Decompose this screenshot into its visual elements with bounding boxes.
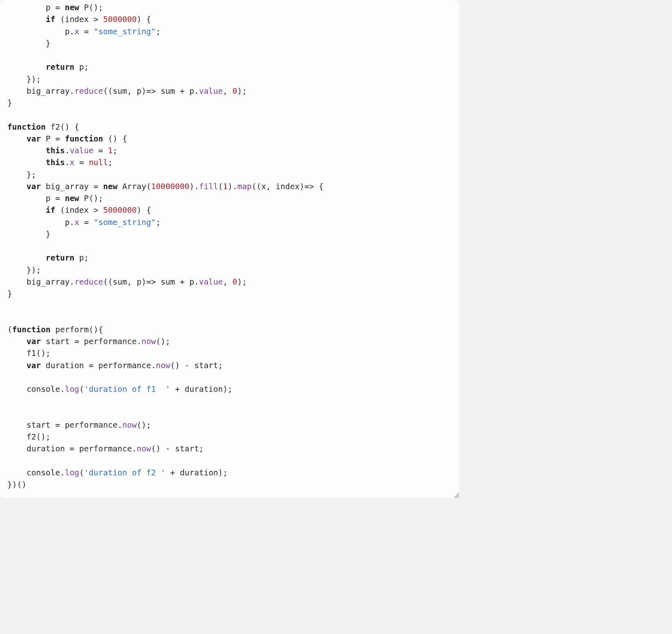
code-token: perform(){ (51, 325, 103, 334)
code-token: console. (7, 468, 65, 477)
code-token: })() (7, 480, 27, 489)
code-token: Array( (118, 182, 151, 191)
code-token: P(); (79, 3, 103, 12)
code-token (7, 146, 46, 155)
code-token (7, 253, 46, 263)
code-token: big_array. (7, 86, 74, 96)
code-token: value (199, 277, 223, 287)
code-token: } (7, 98, 12, 108)
code-token: 5000000 (103, 15, 137, 24)
code-token: "some_string" (93, 218, 156, 227)
code-token: ((x, index)=> { (252, 182, 324, 191)
code-token: ; (108, 158, 113, 167)
code-token (7, 62, 46, 72)
code-token: 1 (108, 146, 113, 155)
code-token: map (237, 182, 252, 191)
code-token: P(); (79, 194, 103, 203)
code-token: null (89, 158, 108, 167)
code-token: 0 (233, 277, 237, 287)
code-token: fill (199, 182, 218, 191)
code-token: f2(); (7, 432, 51, 442)
code-token: this (46, 146, 65, 155)
code-token: duration = performance. (41, 361, 156, 370)
code-token: now (156, 361, 170, 370)
code-token: }; (7, 170, 36, 179)
code-token: p; (74, 253, 89, 263)
code-token: ((sum, p)=> sum + p. (103, 86, 199, 96)
code-token: now (142, 337, 156, 346)
code-token: }); (7, 265, 41, 275)
code-token: reduce (74, 277, 103, 287)
code-token: P = (41, 134, 65, 144)
code-token: f1(); (7, 349, 51, 358)
code-token: 1 (223, 182, 228, 191)
code-token: , (223, 86, 232, 96)
code-token: if (46, 15, 55, 24)
code-token: x (74, 218, 79, 227)
code-token: p; (74, 62, 89, 72)
code-token: + duration); (170, 384, 233, 394)
code-token: new (65, 3, 79, 12)
code-token: ) { (137, 15, 151, 24)
code-token (7, 134, 27, 144)
code-token: (); (137, 420, 151, 430)
code-token: ). (228, 182, 237, 191)
code-token: ); (237, 86, 247, 96)
code-block: p = new P(); if (index > 5000000) { p.x … (0, 0, 459, 498)
code-token: ( (79, 384, 84, 394)
code-token: var (27, 361, 41, 370)
code-token: "some_string" (93, 27, 156, 36)
code-token: ; (113, 146, 118, 155)
code-token: (); (156, 337, 170, 346)
code-token: + duration); (165, 468, 228, 477)
code-token: log (65, 468, 79, 477)
code-token: return (46, 253, 74, 263)
code-token: ( (7, 325, 12, 334)
code-token: x (74, 27, 79, 36)
code-token: (index > (55, 15, 103, 24)
code-token: start = performance. (41, 337, 142, 346)
code-token: var (27, 134, 41, 144)
code-token: function (12, 325, 51, 334)
code-token: new (103, 182, 118, 191)
code-token: p = (7, 3, 65, 12)
code-token: 'duration of f1 ' (84, 384, 170, 394)
code-token: ) { (137, 205, 151, 215)
code-token: now (122, 420, 137, 430)
code-token: }); (7, 75, 41, 84)
code-token: value (70, 146, 94, 155)
code-token: p. (7, 218, 74, 227)
code-token: return (46, 62, 74, 72)
code-token: () { (103, 134, 127, 144)
code-token: big_array. (7, 277, 74, 287)
code-token: big_array = (41, 182, 103, 191)
code-token: log (65, 384, 79, 394)
code-token: reduce (74, 86, 103, 96)
code-token: , (223, 277, 232, 287)
code-token: } (7, 39, 51, 48)
code-token: . (65, 158, 70, 167)
code-token: if (46, 205, 55, 215)
code-token: ); (237, 277, 247, 287)
code-token: 0 (233, 86, 237, 96)
code-token: new (65, 194, 79, 203)
code-token: f2() { (46, 122, 79, 132)
code-token (7, 337, 27, 346)
code-token: ; (156, 27, 161, 36)
code-token: var (27, 182, 41, 191)
code-token: p = (7, 194, 65, 203)
code-token: ; (156, 218, 161, 227)
code-token: p. (7, 27, 74, 36)
code-token: 10000000 (151, 182, 189, 191)
code-token: duration = performance. (7, 444, 137, 453)
code-token: 5000000 (103, 205, 137, 215)
code-token: this (46, 158, 65, 167)
code-token: start = performance. (7, 420, 122, 430)
code-token: ( (218, 182, 223, 191)
code-token: } (7, 230, 51, 239)
code-token: . (65, 146, 70, 155)
code-token: now (137, 444, 151, 453)
code-token: var (27, 337, 41, 346)
code-token: = (74, 158, 89, 167)
code-token: console. (7, 384, 65, 394)
